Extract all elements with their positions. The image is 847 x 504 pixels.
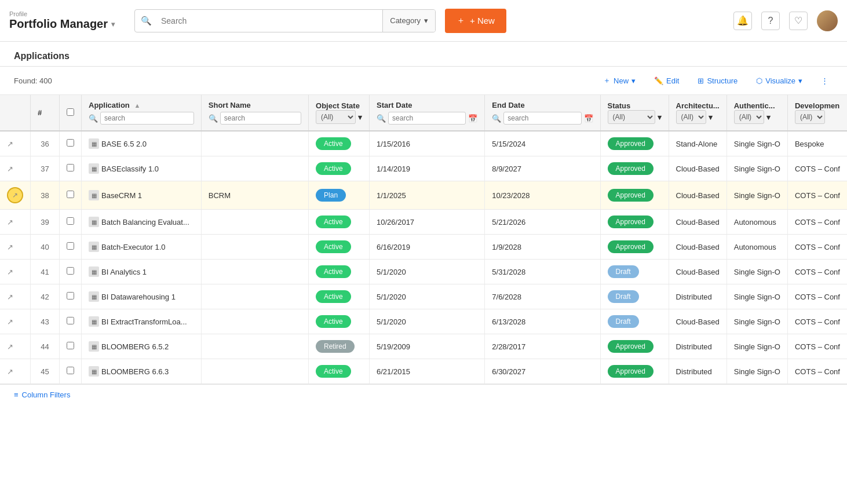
status-badge: Draft [608,315,639,328]
row-checkbox[interactable] [67,217,74,225]
row-expand[interactable]: ↗ [0,210,31,235]
toolbar-new-button[interactable]: ＋ New ▾ [598,72,640,89]
toolbar-edit-button[interactable]: ✏️ Edit [649,74,684,88]
col-header-status[interactable]: Status (All) Approved Draft ▾ [600,95,669,131]
row-checkbox-cell[interactable] [60,359,82,384]
column-filters-footer[interactable]: ≡ Column Filters [0,384,847,405]
row-checkbox-cell[interactable] [60,260,82,284]
row-checkbox-cell[interactable] [60,334,82,359]
col-header-start-date[interactable]: Start Date 🔍 📅 [370,95,485,131]
row-expand[interactable]: ↗ [0,235,31,260]
row-checkbox-cell[interactable] [60,131,82,156]
row-app-name[interactable]: ▦ BLOOMBERG 6.5.2 [82,334,202,359]
category-dropdown[interactable]: Category ▾ [382,10,435,32]
row-expand[interactable]: ↗ [0,131,31,156]
select-all-checkbox[interactable] [67,108,74,116]
row-checkbox[interactable] [67,317,74,324]
start-date-search-icon: 🔍 [377,114,386,123]
row-start-date: 5/19/2009 [370,334,485,359]
row-expand[interactable]: ↗ [0,260,31,284]
page-title: Applications [14,51,70,61]
header-icons: 🔔 ? ♡ [733,10,838,31]
row-expand[interactable]: ↗ [0,181,31,210]
bookmark-icon[interactable]: ♡ [789,12,808,30]
row-app-name[interactable]: ▦ Batch-Executor 1.0 [82,235,202,260]
row-app-name[interactable]: ▦ BaseCRM 1 [82,181,202,210]
toolbar-visualize-button[interactable]: ⬡ Visualize ▾ [751,74,807,88]
row-auth: Single Sign-O [726,156,787,181]
row-expand[interactable]: ↗ [0,309,31,334]
col-header-object-state[interactable]: Object State (All) Active Retired Plan ▾ [309,95,370,131]
dev-select[interactable]: (All) [795,110,825,124]
col-header-dev[interactable]: Developmen (All) [787,95,847,131]
start-date-search-input[interactable] [388,112,466,125]
row-arrow-icon[interactable]: ↗ [7,165,13,173]
row-arrow-icon[interactable]: ↗ [7,342,13,351]
col-header-end-date[interactable]: End Date 🔍 📅 [485,95,600,131]
applications-table: # Application ▲ 🔍 Short Name 🔍 [0,95,847,384]
row-dev: COTS – Conf [787,260,847,284]
row-arrow-icon[interactable]: ↗ [7,367,13,376]
row-checkbox[interactable] [67,267,74,275]
row-arrow-icon[interactable]: ↗ [7,140,13,148]
help-icon[interactable]: ? [761,12,780,30]
row-number: 44 [31,334,60,359]
column-filters-label: Column Filters [22,390,71,399]
row-expand[interactable]: ↗ [0,156,31,181]
row-checkbox-cell[interactable] [60,235,82,260]
search-input[interactable] [158,16,382,25]
new-button[interactable]: ＋ + New [445,9,506,33]
row-app-name[interactable]: ▦ BASE 6.5 2.0 [82,131,202,156]
row-app-name[interactable]: ▦ BI ExtractTransformLoa... [82,309,202,334]
row-status: Draft [600,284,669,309]
object-state-badge: Plan [316,189,346,202]
row-checkbox[interactable] [67,164,74,171]
toolbar-more-button[interactable]: ⋮ [816,74,833,88]
row-arrow-icon[interactable]: ↗ [7,268,13,276]
row-checkbox-cell[interactable] [60,210,82,235]
row-arrow-icon[interactable]: ↗ [7,317,13,326]
row-expand[interactable]: ↗ [0,359,31,384]
row-checkbox-cell[interactable] [60,181,82,210]
shortname-search-input[interactable] [220,112,301,125]
row-arrow-icon[interactable]: ↗ [7,293,13,301]
col-header-auth[interactable]: Authentic... (All) ▾ [726,95,787,131]
row-architecture: Distributed [669,334,726,359]
col-header-architecture[interactable]: Architectu... (All) ▾ [669,95,726,131]
col-header-shortname[interactable]: Short Name 🔍 [201,95,308,131]
app-icon: ▦ [89,366,99,377]
row-app-name[interactable]: ▦ BI Analytics 1 [82,260,202,284]
brand[interactable]: Profile Portfolio Manager ▾ [9,10,125,31]
row-checkbox-cell[interactable] [60,156,82,181]
status-badge: Approved [608,189,653,202]
row-checkbox[interactable] [67,191,74,198]
row-expand[interactable]: ↗ [0,334,31,359]
row-checkbox-cell[interactable] [60,309,82,334]
arch-select[interactable]: (All) [676,110,706,124]
col-header-checkbox[interactable] [60,95,82,131]
row-app-name[interactable]: ▦ BLOOMBERG 6.6.3 [82,359,202,384]
row-app-name[interactable]: ▦ BASEclassify 1.0 [82,156,202,181]
row-checkbox-cell[interactable] [60,284,82,309]
col-header-application[interactable]: Application ▲ 🔍 [82,95,202,131]
notification-icon[interactable]: 🔔 [733,12,752,30]
row-checkbox[interactable] [67,367,74,374]
row-arrow-icon[interactable]: ↗ [7,218,13,227]
table-row: ↗ 38 ▦ BaseCRM 1 BCRM Plan 1/1/2025 10/2… [0,181,847,210]
row-arrow-icon[interactable]: ↗ [7,243,13,251]
row-checkbox[interactable] [67,292,74,300]
object-state-select[interactable]: (All) Active Retired Plan [316,110,356,124]
row-checkbox[interactable] [67,242,74,250]
row-checkbox[interactable] [67,342,74,349]
toolbar-structure-button[interactable]: ⊞ Structure [693,74,742,88]
user-avatar[interactable] [817,10,838,31]
row-checkbox[interactable] [67,139,74,147]
auth-select[interactable]: (All) [734,110,764,124]
row-app-name[interactable]: ▦ Batch Balancing Evaluat... [82,210,202,235]
end-date-search-input[interactable] [503,112,581,125]
app-search-input[interactable] [100,112,194,125]
more-icon: ⋮ [821,76,828,85]
row-expand[interactable]: ↗ [0,284,31,309]
status-select[interactable]: (All) Approved Draft [608,110,655,124]
row-app-name[interactable]: ▦ BI Datawarehousing 1 [82,284,202,309]
